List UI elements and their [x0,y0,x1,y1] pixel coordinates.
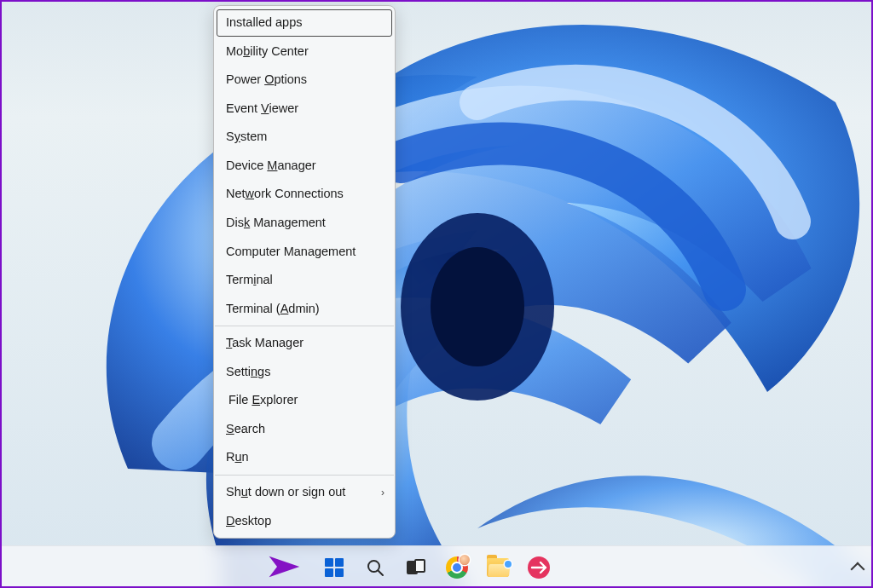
taskbar [0,545,873,588]
menu-item-terminal-admin[interactable]: Terminal (Admin) [214,295,395,324]
taskbar-chrome-button[interactable] [440,551,474,585]
winx-context-menu[interactable]: Installed appsMobility CenterPower Optio… [213,5,396,539]
menu-item-settings[interactable]: Settings [214,358,395,387]
menu-item-run[interactable]: Run [214,443,395,472]
desktop-wallpaper [0,0,873,588]
menu-item-search[interactable]: Search [214,415,395,444]
menu-item-terminal[interactable]: Terminal [214,266,395,295]
menu-item-event-viewer[interactable]: Event Viewer [214,95,395,124]
chrome-icon [446,556,468,579]
menu-item-power-options[interactable]: Power Options [214,66,395,95]
menu-item-file-explorer[interactable]: File Explorer [217,386,392,415]
task-view-icon [407,559,425,576]
tray-overflow-button[interactable] [853,561,863,574]
bloom-svg [0,0,873,588]
system-tray [853,561,863,574]
chevron-up-icon [851,562,865,576]
menu-item-desktop[interactable]: Desktop [214,507,395,536]
taskbar-taskview-button[interactable] [399,551,433,585]
search-icon [365,557,385,578]
menu-item-shutdown[interactable]: Shut down or sign out› [214,478,395,507]
svg-point-1 [431,247,524,366]
menu-separator [215,475,394,476]
taskbar-search-button[interactable] [358,551,392,585]
menu-item-installed-apps[interactable]: Installed apps [216,9,393,37]
taskbar-center-group [317,551,556,585]
taskbar-app-pink-button[interactable] [522,551,556,585]
svg-line-3 [379,570,384,575]
taskbar-start-button[interactable] [317,551,351,585]
windows-logo-icon [325,558,344,577]
chevron-right-icon: › [381,486,384,499]
taskbar-explorer-button[interactable] [481,551,515,585]
menu-item-task-manager[interactable]: Task Manager [214,329,395,358]
folder-icon [487,558,509,577]
menu-item-network-connections[interactable]: Network Connections [214,180,395,209]
menu-item-system[interactable]: System [214,123,395,152]
menu-item-mobility-center[interactable]: Mobility Center [214,37,395,66]
pink-app-icon [528,556,550,579]
menu-separator [215,326,394,326]
menu-item-disk-management[interactable]: Disk Management [214,209,395,238]
menu-item-device-manager[interactable]: Device Manager [214,152,395,181]
menu-item-computer-management[interactable]: Computer Management [214,238,395,267]
